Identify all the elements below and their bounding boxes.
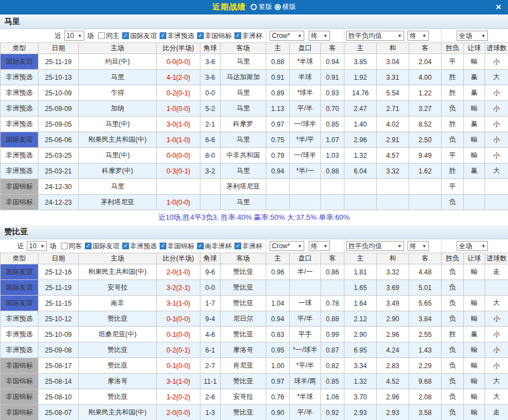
avg-draw-cell: [377, 179, 409, 195]
away-team-cell[interactable]: 马里: [221, 85, 266, 101]
league-checkbox[interactable]: ✓ 非洲预选: [122, 242, 157, 251]
score-cell: 1-0(0-0): [157, 195, 200, 210]
chevron-down-icon: ▼: [40, 244, 45, 249]
odds-company-select[interactable]: Crow*▼: [270, 31, 304, 41]
home-team-cell[interactable]: 马里: [79, 70, 157, 85]
goals-result-cell: 走: [485, 405, 508, 420]
match-row: 非国锦标 25-08-14 摩洛哥 3-1(1-0) 11-1 赞比亚 0.97…: [1, 374, 508, 389]
scope-select[interactable]: 全场▼: [457, 31, 488, 41]
goals-result-cell: [485, 195, 508, 210]
away-team-cell[interactable]: 安哥拉: [221, 389, 266, 405]
league-checkbox[interactable]: ✓ 非洲杯: [234, 31, 262, 41]
score-cell: 2-0(1-0): [157, 264, 200, 280]
home-team-cell[interactable]: 赞比亚: [79, 358, 157, 374]
date-cell: 25-10-09: [39, 327, 79, 342]
league-checkbox[interactable]: 同主: [98, 31, 119, 41]
away-team-cell[interactable]: 赞比亚: [221, 296, 266, 311]
league-checkbox[interactable]: 同客: [61, 242, 82, 251]
home-team-cell[interactable]: 刚果民主共和国(中): [79, 405, 157, 420]
close-button[interactable]: ×: [492, 0, 505, 15]
home-odds-cell: 0.97: [266, 117, 290, 132]
radio-label: 竖版: [258, 2, 272, 12]
away-team-cell[interactable]: 赞比亚: [221, 405, 266, 420]
avg-home-cell: 3.34: [344, 358, 377, 374]
score-cell: 1-2(0-2): [157, 389, 200, 405]
home-team-cell[interactable]: 南非: [79, 296, 157, 311]
home-team-cell[interactable]: 科摩罗(中): [79, 163, 157, 179]
home-team-cell[interactable]: 乍得: [79, 85, 157, 101]
away-team-cell[interactable]: 赞比亚: [221, 374, 266, 389]
league-checkbox[interactable]: ✓ 非洲预选: [160, 31, 194, 41]
score-cell: 0-0(0-0): [157, 148, 200, 163]
home-team-cell[interactable]: 约旦(中): [79, 54, 157, 70]
home-team-cell[interactable]: 刚果民主共和国(中): [79, 264, 157, 280]
avg-draw-cell: 2.93: [377, 405, 409, 420]
home-team-cell[interactable]: 赞比亚: [79, 311, 157, 327]
avg-type-select[interactable]: 胜平负均值▼: [346, 241, 404, 251]
away-team-cell[interactable]: 马里: [221, 101, 266, 117]
home-team-cell[interactable]: 马里(中): [79, 148, 157, 163]
home-team-cell[interactable]: 坦桑尼亚(中): [79, 327, 157, 342]
odds-state-select[interactable]: 终▼: [309, 31, 330, 41]
radio-icon: [275, 4, 281, 10]
result-cell: 胜: [442, 163, 464, 179]
league-checkbox[interactable]: ✓ 非国锦标: [160, 242, 194, 251]
result-cell: 胜: [442, 85, 464, 101]
avg-away-cell: 2.29: [409, 358, 442, 374]
handicap-cell: 半/一: [290, 264, 321, 280]
result-cell: 平: [442, 179, 464, 195]
avg-type-select[interactable]: 胜平负均值▼: [346, 31, 404, 41]
result-cell: 负: [442, 342, 464, 358]
home-team-cell[interactable]: 刚果民主共和国(中): [79, 132, 157, 148]
home-team-cell[interactable]: 茅利塔尼亚: [79, 195, 157, 210]
recent-count-select[interactable]: 10▼: [64, 31, 84, 41]
league-checkbox[interactable]: ✓ 国际友谊: [122, 31, 157, 41]
away-team-cell[interactable]: 赞比亚: [221, 327, 266, 342]
avg-away-cell: 3.58: [409, 405, 442, 420]
league-type-cell: 非洲预选: [1, 117, 39, 132]
home-team-cell[interactable]: 摩洛哥: [79, 374, 157, 389]
away-team-cell[interactable]: 赞比亚: [221, 264, 266, 280]
result-cell: 负: [442, 405, 464, 420]
away-odds-cell: [321, 195, 344, 210]
avg-draw-cell: 3.49: [377, 296, 409, 311]
avg-state-select[interactable]: 终▼: [408, 31, 429, 41]
away-team-cell[interactable]: 尼日尔: [221, 311, 266, 327]
away-team-cell[interactable]: 中非共和国: [221, 148, 266, 163]
away-team-cell[interactable]: 科摩罗: [221, 117, 266, 132]
league-checkbox[interactable]: ✓ 南非洲杯: [197, 242, 232, 251]
home-team-cell[interactable]: 加纳: [79, 101, 157, 117]
odds-state-select[interactable]: 终▼: [309, 241, 330, 251]
home-team-cell[interactable]: 安哥拉: [79, 280, 157, 296]
avg-draw-cell: 3.32: [377, 163, 409, 179]
league-checkbox[interactable]: ✓ 非洲杯: [234, 242, 262, 251]
avg-draw-cell: 3.04: [377, 54, 409, 70]
layout-radio[interactable]: 横版: [275, 2, 296, 12]
league-checkbox[interactable]: ✓ 非国锦标: [197, 31, 232, 41]
away-team-cell[interactable]: 肯尼亚: [221, 358, 266, 374]
match-row: 非国锦标 25-08-07 刚果民主共和国(中) 2-0(0-0) 1-3 赞比…: [1, 405, 508, 420]
league-type-cell: 非国锦标: [1, 374, 39, 389]
avg-state-select[interactable]: 终▼: [408, 241, 429, 251]
handicap-result-cell: 輸: [464, 342, 485, 358]
odds-company-select[interactable]: Crow*▼: [270, 241, 304, 251]
league-type-cell: 国际友谊: [1, 132, 39, 148]
away-team-cell[interactable]: 马里: [221, 195, 266, 210]
home-team-cell[interactable]: 赞比亚: [79, 342, 157, 358]
scope-select[interactable]: 全场▼: [457, 241, 488, 251]
home-team-cell[interactable]: 马里: [79, 179, 157, 195]
layout-radio[interactable]: 竖版: [251, 2, 272, 12]
home-team-cell[interactable]: 赞比亚: [79, 389, 157, 405]
away-team-cell[interactable]: 马里: [221, 132, 266, 148]
away-team-cell[interactable]: 马达加斯加: [221, 70, 266, 85]
away-team-cell[interactable]: 茅利塔尼亚: [221, 179, 266, 195]
home-team-cell[interactable]: 马里(中): [79, 117, 157, 132]
recent-count-select[interactable]: 10▼: [27, 241, 47, 251]
away-team-cell[interactable]: 摩洛哥: [221, 342, 266, 358]
away-team-cell[interactable]: 马里: [221, 163, 266, 179]
radio-label: 横版: [282, 2, 296, 12]
away-team-cell[interactable]: 马里: [221, 54, 266, 70]
league-checkbox[interactable]: ✓ 国际友谊: [85, 242, 119, 251]
handicap-result-cell: 輸: [464, 132, 485, 148]
away-team-cell[interactable]: 赞比亚: [221, 280, 266, 296]
